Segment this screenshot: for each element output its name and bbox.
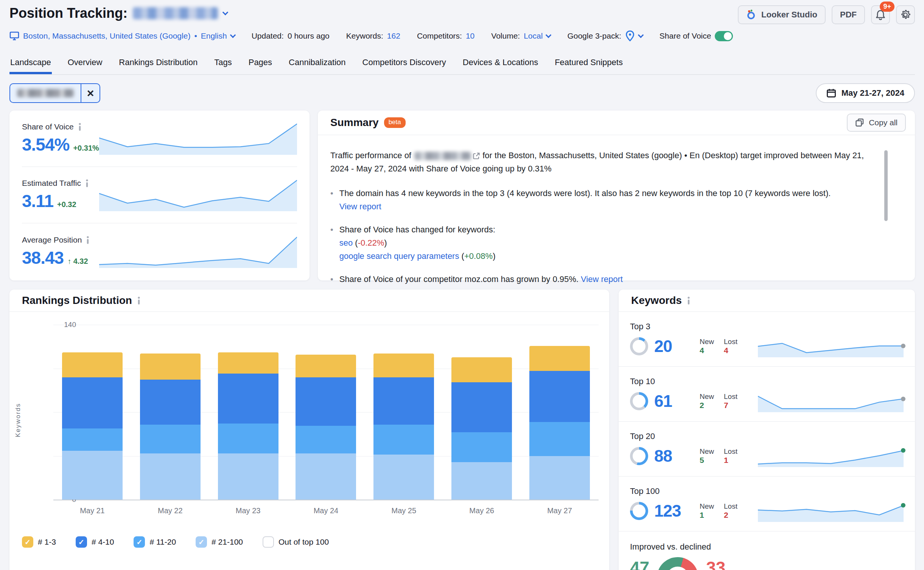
bar-may-21[interactable] [62,352,123,500]
bar-segment [62,377,123,428]
language-link[interactable]: English [201,31,227,40]
sov-sparkline [99,122,297,155]
lost-count[interactable]: 4 [724,346,728,355]
info-icon[interactable] [78,123,82,131]
position-sparkline [99,235,297,268]
kw-value[interactable]: 20 [654,337,700,356]
bar-segment [529,371,590,422]
lost-count[interactable]: 2 [724,511,728,519]
checkbox-unchecked[interactable] [263,536,274,548]
bar-may-22[interactable] [140,354,201,500]
lost-count[interactable]: 1 [724,456,728,464]
x-tick: May 24 [296,506,356,515]
bar-segment [373,455,434,500]
keywords-card: Keywords Top 3 20 New4 Lost4 Top 10 61 [619,290,915,570]
x-axis-labels: May 21 May 22 May 23 May 24 May 25 May 2… [53,506,599,515]
target-location[interactable]: Boston, Massachusetts, United States (Go… [9,31,235,40]
legend-out-of-top100[interactable]: Out of top 100 [263,536,329,548]
volume-selector[interactable]: Volume: Local [491,31,551,40]
legend-top4-10[interactable]: ✓# 4-10 [76,536,114,548]
donut-top100 [630,502,648,520]
bar-segment [373,377,434,425]
bullet-dot: • [330,273,333,286]
chevron-down-icon[interactable] [638,32,644,38]
bar-may-23[interactable] [218,352,278,500]
kw-value[interactable]: 88 [654,447,700,466]
new-count[interactable]: 2 [700,401,704,410]
keyword-link-gsqp[interactable]: google search query parameters [339,251,459,261]
chevron-down-icon[interactable] [222,9,229,15]
bar-segment [218,424,278,453]
kw-value[interactable]: 61 [654,392,700,411]
metric-share-of-voice: Share of Voice 3.54% +0.31% [22,111,297,167]
notifications-button[interactable]: 9+ [871,5,890,24]
updated-value: 0 hours ago [288,31,330,40]
kw-value[interactable]: 123 [654,501,700,520]
chevron-down-icon[interactable] [230,32,236,38]
gear-icon [900,9,911,20]
location-link[interactable]: Boston, Massachusetts, United States (Go… [23,31,190,40]
bar-may-27[interactable] [529,346,590,500]
copy-all-button[interactable]: Copy all [847,114,906,132]
looker-studio-button[interactable]: Looker Studio [738,5,826,24]
date-range-picker[interactable]: May 21-27, 2024 [816,83,915,103]
google-3pack-selector[interactable]: Google 3-pack: [567,30,642,42]
tab-pages[interactable]: Pages [248,54,273,74]
view-report-link[interactable]: View report [581,274,623,284]
share-of-voice-toggle[interactable] [715,31,733,41]
chevron-down-icon[interactable] [546,32,552,38]
page-title: Position Tracking: [9,5,128,21]
tab-overview[interactable]: Overview [67,54,103,74]
bar-may-24[interactable] [296,355,356,500]
tab-featured-snippets[interactable]: Featured Snippets [554,54,624,74]
lost-count[interactable]: 7 [724,401,728,410]
checkbox-checked[interactable]: ✓ [76,536,87,548]
info-icon[interactable] [137,296,141,305]
keyword-link-seo[interactable]: seo [339,238,353,248]
volume-value[interactable]: Local [524,31,543,40]
new-count[interactable]: 4 [700,346,704,355]
bar-segment [140,453,201,500]
info-icon[interactable] [85,179,89,187]
x-tick: May 25 [373,506,434,515]
domain-filter-chip[interactable]: × [9,83,100,103]
checkbox-checked[interactable]: ✓ [134,536,145,548]
new-count[interactable]: 5 [700,456,704,464]
info-icon[interactable] [686,296,691,305]
lost-label: Lost [724,338,737,346]
checkbox-checked[interactable]: ✓ [196,536,207,548]
checkbox-checked[interactable]: ✓ [22,536,33,548]
desktop-icon [9,31,19,40]
summary-scrollbar[interactable] [884,150,888,221]
legend-top3[interactable]: ✓# 1-3 [22,536,56,548]
project-name-blurred[interactable] [133,7,218,19]
tab-landscape[interactable]: Landscape [9,54,52,74]
bar-segment [218,453,278,500]
header-actions: Looker Studio PDF 9+ [738,5,915,24]
external-link-icon[interactable] [473,152,480,160]
metric-estimated-traffic: Estimated Traffic 3.11 +0.32 [22,167,297,223]
tab-competitors-discovery[interactable]: Competitors Discovery [362,54,447,74]
new-count[interactable]: 1 [700,511,704,519]
bar-may-26[interactable] [451,357,512,500]
declined-count: 33 [706,558,725,570]
tab-tags[interactable]: Tags [213,54,232,74]
sov-delta-negative: -0.22% [358,238,384,248]
view-report-link[interactable]: View report [339,202,381,211]
bar-may-25[interactable] [373,354,434,500]
x-tick: May 26 [451,506,512,515]
keywords-count-link[interactable]: 162 [387,31,400,40]
sov-delta-positive: +0.08% [464,251,493,261]
tab-devices-locations[interactable]: Devices & Locations [462,54,539,74]
metric-label: Estimated Traffic [22,179,81,188]
updated-meta: Updated: 0 hours ago [252,31,330,40]
settings-button[interactable] [896,5,915,24]
tab-rankings-distribution[interactable]: Rankings Distribution [118,54,198,74]
info-icon[interactable] [86,236,90,244]
legend-top21-100[interactable]: ✓# 21-100 [196,536,243,548]
legend-top11-20[interactable]: ✓# 11-20 [134,536,176,548]
chip-close-icon[interactable]: × [81,84,100,102]
competitors-count-link[interactable]: 10 [466,31,474,40]
pdf-button[interactable]: PDF [832,5,865,24]
tab-cannibalization[interactable]: Cannibalization [288,54,346,74]
